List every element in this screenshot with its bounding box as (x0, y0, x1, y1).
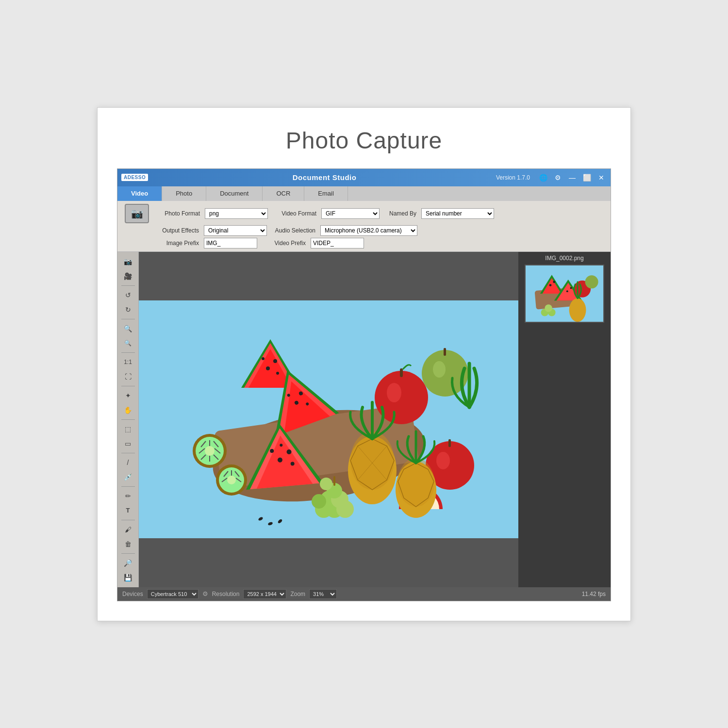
preview-image (139, 300, 518, 538)
tab-email[interactable]: Email (304, 186, 348, 201)
video-format-label: Video Format (273, 210, 316, 217)
star-btn[interactable]: ✦ (120, 389, 136, 402)
line-btn[interactable]: / (120, 456, 136, 469)
svg-point-68 (553, 281, 555, 283)
svg-point-52 (397, 458, 434, 507)
tool-sep-5 (121, 419, 135, 420)
maximize-button[interactable]: ⬜ (581, 172, 592, 183)
toolbar: 📷 Photo Format png jpg bmp Video Format … (117, 201, 611, 252)
audio-selection-select[interactable]: Microphone (USB2.0 camera) Default Micro… (320, 225, 417, 236)
minimize-button[interactable]: — (567, 172, 578, 183)
tool-sep-4 (121, 386, 135, 386)
devices-select[interactable]: Cybertrack 510 Default Camera (147, 589, 199, 599)
fullscreen-btn[interactable]: ⛶ (120, 370, 136, 383)
svg-rect-61 (333, 476, 335, 486)
preview-area (139, 252, 518, 587)
tool-sep-9 (121, 553, 135, 554)
zoom-select[interactable]: 31% 50% 75% 100% (309, 589, 337, 599)
thumbnail-panel: IMG_0002.png (518, 252, 611, 587)
app-window: ADESSO Document Studio Version 1.7.0 🌐 ⚙… (117, 168, 611, 601)
page-wrapper: Photo Capture ADESSO Document Studio Ver… (97, 107, 631, 621)
pencil-btn[interactable]: ✏ (120, 489, 136, 503)
title-bar: ADESSO Document Studio Version 1.7.0 🌐 ⚙… (117, 169, 611, 186)
svg-point-29 (227, 476, 236, 484)
resolution-select[interactable]: 2592 x 1944 1920 x 1080 1280 x 720 (243, 589, 286, 599)
tab-document[interactable]: Document (206, 186, 263, 201)
tool-sep-8 (121, 520, 135, 520)
redo-btn[interactable]: ↻ (120, 303, 136, 316)
svg-point-3 (266, 366, 270, 370)
left-toolbar: 📷 🎥 ↺ ↻ 🔍 🔍 1:1 ⛶ ✦ ✋ ⬚ ▭ / 💉 (117, 252, 139, 587)
svg-rect-43 (448, 439, 451, 447)
paint-btn[interactable]: 🖌 (120, 523, 136, 536)
photo-format-select[interactable]: png jpg bmp (205, 208, 268, 219)
tool-sep-7 (121, 486, 135, 487)
undo-btn[interactable]: ↺ (120, 288, 136, 302)
tab-video[interactable]: Video (117, 186, 162, 201)
named-by-select[interactable]: Serial number Date Custom (421, 208, 494, 219)
image-prefix-label: Image Prefix (155, 240, 199, 247)
svg-point-4 (273, 359, 277, 363)
settings-icon[interactable]: ⚙ (552, 172, 563, 183)
svg-point-18 (205, 446, 215, 456)
delete-btn[interactable]: 🗑 (120, 537, 136, 551)
close-button[interactable]: ✕ (596, 172, 607, 183)
resolution-label: Resolution (212, 591, 240, 597)
main-content: 📷 🎥 ↺ ↻ 🔍 🔍 1:1 ⛶ ✦ ✋ ⬚ ▭ / 💉 (117, 252, 611, 587)
devices-label: Devices (122, 591, 143, 597)
app-version: Version 1.7.0 (496, 174, 530, 181)
video-prefix-label: Video Prefix (262, 240, 306, 247)
globe-icon[interactable]: 🌐 (538, 172, 548, 183)
zoom-out-btn[interactable]: 🔍 (120, 336, 136, 350)
settings-sliders-icon[interactable]: ⚙ (202, 590, 208, 597)
fruit-scene-svg (139, 300, 518, 538)
select-btn[interactable]: ⬚ (120, 422, 136, 436)
toolbar-row-3: Image Prefix Video Prefix (122, 238, 606, 248)
zoom-in-btn[interactable]: 🔍 (120, 322, 136, 335)
audio-selection-label: Audio Selection (272, 227, 315, 234)
toolbar-row-1: 📷 Photo Format png jpg bmp Video Format … (122, 204, 606, 223)
fit-btn[interactable]: 1:1 (120, 355, 136, 369)
toolbar-row-2: Output Effects Original Grayscale Sepia … (122, 225, 606, 236)
tab-photo[interactable]: Photo (162, 186, 206, 201)
text-btn[interactable]: T (120, 504, 136, 517)
svg-point-6 (276, 372, 279, 375)
svg-point-58 (312, 494, 326, 509)
svg-point-69 (566, 290, 568, 292)
page-title: Photo Capture (117, 127, 611, 154)
svg-point-73 (569, 298, 586, 321)
eyedrop-btn[interactable]: 💉 (120, 470, 136, 484)
svg-point-70 (570, 287, 572, 289)
thumbnail-filename: IMG_0002.png (545, 255, 583, 262)
image-prefix-input[interactable] (204, 238, 257, 248)
svg-rect-37 (400, 368, 403, 377)
rect-btn[interactable]: ▭ (120, 437, 136, 450)
video-btn[interactable]: 🎥 (120, 269, 136, 283)
svg-rect-40 (444, 348, 446, 356)
tool-sep-2 (121, 319, 135, 319)
app-name: Document Studio (153, 173, 496, 182)
camera-preview-icon: 📷 (125, 204, 149, 223)
camera-btn[interactable]: 📷 (120, 255, 136, 268)
save-btn[interactable]: 💾 (120, 571, 136, 584)
status-bar: Devices Cybertrack 510 Default Camera ⚙ … (117, 587, 611, 601)
thumbnail-image[interactable] (525, 265, 604, 323)
svg-point-36 (387, 383, 401, 402)
window-controls: 🌐 ⚙ — ⬜ ✕ (538, 172, 607, 183)
tab-ocr[interactable]: OCR (263, 186, 304, 201)
search-btn[interactable]: 🔎 (120, 556, 136, 570)
output-effects-select[interactable]: Original Grayscale Sepia (204, 225, 267, 236)
tool-sep-3 (121, 352, 135, 353)
svg-point-76 (545, 304, 552, 312)
nav-tabs: Video Photo Document OCR Email (117, 186, 611, 201)
named-by-label: Named By (389, 210, 416, 217)
svg-point-67 (549, 284, 552, 286)
svg-point-72 (585, 275, 598, 288)
tool-sep-6 (121, 453, 135, 453)
video-prefix-input[interactable] (311, 238, 364, 248)
photo-format-label: Photo Format (156, 210, 200, 217)
video-format-select[interactable]: GIF MP4 AVI (321, 208, 380, 219)
pan-btn[interactable]: ✋ (120, 403, 136, 417)
tool-sep-1 (121, 285, 135, 286)
svg-point-60 (320, 478, 332, 490)
